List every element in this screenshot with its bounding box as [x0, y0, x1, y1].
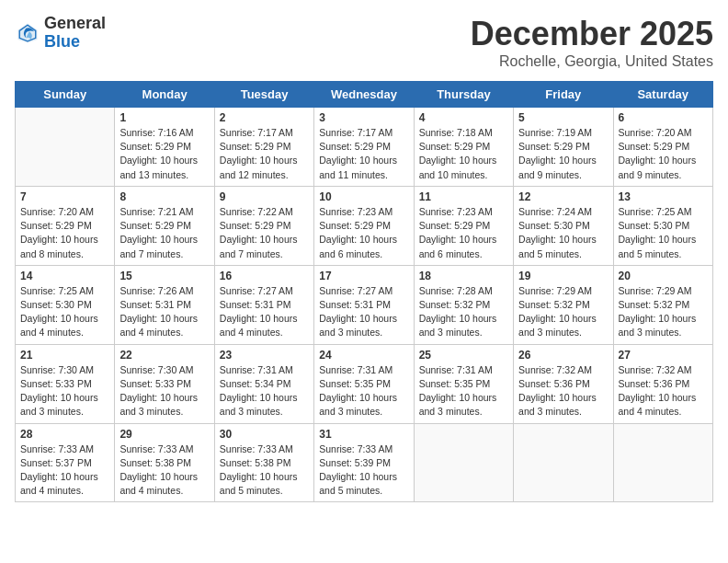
calendar-cell: 21Sunrise: 7:30 AM Sunset: 5:33 PM Dayli…: [16, 344, 115, 423]
day-number: 3: [319, 111, 408, 124]
day-info: Sunrise: 7:29 AM Sunset: 5:32 PM Dayligh…: [518, 284, 608, 340]
day-info: Sunrise: 7:31 AM Sunset: 5:34 PM Dayligh…: [220, 363, 309, 419]
calendar-cell: 19Sunrise: 7:29 AM Sunset: 5:32 PM Dayli…: [514, 265, 613, 344]
day-number: 15: [119, 270, 209, 282]
day-number: 10: [319, 190, 408, 203]
day-number: 18: [419, 270, 508, 282]
calendar-cell: 20Sunrise: 7:29 AM Sunset: 5:32 PM Dayli…: [613, 265, 712, 344]
logo-general: General: [44, 15, 106, 33]
day-info: Sunrise: 7:27 AM Sunset: 5:31 PM Dayligh…: [220, 284, 309, 340]
calendar-cell: 1Sunrise: 7:16 AM Sunset: 5:29 PM Daylig…: [115, 108, 214, 187]
calendar-cell: 9Sunrise: 7:22 AM Sunset: 5:29 PM Daylig…: [214, 186, 313, 265]
day-header-wednesday: Wednesday: [314, 82, 414, 108]
day-number: 16: [220, 270, 309, 282]
day-header-tuesday: Tuesday: [214, 82, 313, 108]
location: Rochelle, Georgia, United States: [471, 53, 713, 70]
day-info: Sunrise: 7:31 AM Sunset: 5:35 PM Dayligh…: [319, 363, 408, 419]
day-info: Sunrise: 7:25 AM Sunset: 5:30 PM Dayligh…: [619, 205, 708, 261]
logo-text: General Blue: [44, 15, 106, 52]
day-number: 28: [20, 428, 109, 441]
calendar-cell: [613, 423, 712, 502]
calendar-cell: 30Sunrise: 7:33 AM Sunset: 5:38 PM Dayli…: [214, 423, 313, 502]
calendar-cell: 10Sunrise: 7:23 AM Sunset: 5:29 PM Dayli…: [314, 186, 414, 265]
day-info: Sunrise: 7:23 AM Sunset: 5:29 PM Dayligh…: [319, 205, 408, 261]
calendar-cell: 27Sunrise: 7:32 AM Sunset: 5:36 PM Dayli…: [613, 344, 712, 423]
day-header-monday: Monday: [115, 82, 214, 108]
day-header-sunday: Sunday: [16, 82, 115, 108]
day-info: Sunrise: 7:32 AM Sunset: 5:36 PM Dayligh…: [619, 363, 708, 419]
day-info: Sunrise: 7:33 AM Sunset: 5:37 PM Dayligh…: [20, 442, 109, 499]
day-info: Sunrise: 7:30 AM Sunset: 5:33 PM Dayligh…: [20, 363, 109, 419]
day-info: Sunrise: 7:31 AM Sunset: 5:35 PM Dayligh…: [419, 363, 508, 419]
day-info: Sunrise: 7:33 AM Sunset: 5:38 PM Dayligh…: [119, 442, 209, 499]
calendar-cell: 7Sunrise: 7:20 AM Sunset: 5:29 PM Daylig…: [16, 186, 115, 265]
month-title: December 2025: [471, 15, 713, 53]
calendar-cell: 12Sunrise: 7:24 AM Sunset: 5:30 PM Dayli…: [514, 186, 613, 265]
day-number: 12: [518, 190, 608, 203]
calendar-cell: 22Sunrise: 7:30 AM Sunset: 5:33 PM Dayli…: [115, 344, 214, 423]
day-number: 27: [619, 349, 708, 362]
logo-icon: [15, 20, 40, 46]
calendar-cell: 8Sunrise: 7:21 AM Sunset: 5:29 PM Daylig…: [115, 186, 214, 265]
day-number: 6: [619, 111, 708, 124]
svg-marker-0: [18, 23, 38, 42]
day-info: Sunrise: 7:27 AM Sunset: 5:31 PM Dayligh…: [319, 284, 408, 340]
day-number: 26: [518, 349, 608, 362]
day-info: Sunrise: 7:30 AM Sunset: 5:33 PM Dayligh…: [119, 363, 209, 419]
day-info: Sunrise: 7:24 AM Sunset: 5:30 PM Dayligh…: [518, 205, 608, 261]
calendar-cell: 28Sunrise: 7:33 AM Sunset: 5:37 PM Dayli…: [16, 423, 115, 502]
calendar-table: SundayMondayTuesdayWednesdayThursdayFrid…: [15, 81, 713, 502]
calendar-cell: 18Sunrise: 7:28 AM Sunset: 5:32 PM Dayli…: [414, 265, 513, 344]
calendar-cell: 11Sunrise: 7:23 AM Sunset: 5:29 PM Dayli…: [414, 186, 513, 265]
day-number: 9: [220, 190, 309, 203]
day-info: Sunrise: 7:21 AM Sunset: 5:29 PM Dayligh…: [119, 205, 209, 261]
calendar-cell: [414, 423, 513, 502]
calendar-cell: 16Sunrise: 7:27 AM Sunset: 5:31 PM Dayli…: [214, 265, 313, 344]
calendar-cell: 15Sunrise: 7:26 AM Sunset: 5:31 PM Dayli…: [115, 265, 214, 344]
day-number: 29: [119, 428, 209, 441]
day-number: 5: [518, 111, 608, 124]
day-info: Sunrise: 7:25 AM Sunset: 5:30 PM Dayligh…: [20, 284, 109, 340]
calendar-cell: 5Sunrise: 7:19 AM Sunset: 5:29 PM Daylig…: [514, 108, 613, 187]
day-info: Sunrise: 7:26 AM Sunset: 5:31 PM Dayligh…: [119, 284, 209, 340]
day-number: 1: [119, 111, 209, 124]
day-info: Sunrise: 7:20 AM Sunset: 5:29 PM Dayligh…: [619, 126, 708, 182]
day-number: 22: [119, 349, 209, 362]
day-info: Sunrise: 7:28 AM Sunset: 5:32 PM Dayligh…: [419, 284, 508, 340]
calendar-cell: 13Sunrise: 7:25 AM Sunset: 5:30 PM Dayli…: [613, 186, 712, 265]
day-number: 19: [518, 270, 608, 282]
day-number: 20: [619, 270, 708, 282]
calendar-week-row: 7Sunrise: 7:20 AM Sunset: 5:29 PM Daylig…: [16, 186, 713, 265]
logo-blue: Blue: [44, 33, 106, 52]
day-number: 31: [319, 428, 408, 441]
calendar-week-row: 21Sunrise: 7:30 AM Sunset: 5:33 PM Dayli…: [16, 344, 713, 423]
page-header: General Blue December 2025 Rochelle, Geo…: [15, 15, 713, 70]
calendar-cell: 14Sunrise: 7:25 AM Sunset: 5:30 PM Dayli…: [16, 265, 115, 344]
calendar-cell: 17Sunrise: 7:27 AM Sunset: 5:31 PM Dayli…: [314, 265, 414, 344]
day-info: Sunrise: 7:17 AM Sunset: 5:29 PM Dayligh…: [319, 126, 408, 182]
day-info: Sunrise: 7:18 AM Sunset: 5:29 PM Dayligh…: [419, 126, 508, 182]
day-number: 2: [220, 111, 309, 124]
calendar-cell: 24Sunrise: 7:31 AM Sunset: 5:35 PM Dayli…: [314, 344, 414, 423]
calendar-cell: 31Sunrise: 7:33 AM Sunset: 5:39 PM Dayli…: [314, 423, 414, 502]
day-info: Sunrise: 7:22 AM Sunset: 5:29 PM Dayligh…: [220, 205, 309, 261]
day-number: 17: [319, 270, 408, 282]
day-number: 21: [20, 349, 109, 362]
day-info: Sunrise: 7:16 AM Sunset: 5:29 PM Dayligh…: [119, 126, 209, 182]
day-number: 4: [419, 111, 508, 124]
calendar-cell: 3Sunrise: 7:17 AM Sunset: 5:29 PM Daylig…: [314, 108, 414, 187]
calendar-cell: 2Sunrise: 7:17 AM Sunset: 5:29 PM Daylig…: [214, 108, 313, 187]
day-number: 13: [619, 190, 708, 203]
day-info: Sunrise: 7:33 AM Sunset: 5:38 PM Dayligh…: [220, 442, 309, 499]
calendar-header-row: SundayMondayTuesdayWednesdayThursdayFrid…: [16, 82, 713, 108]
day-header-thursday: Thursday: [414, 82, 513, 108]
day-info: Sunrise: 7:23 AM Sunset: 5:29 PM Dayligh…: [419, 205, 508, 261]
calendar-cell: 6Sunrise: 7:20 AM Sunset: 5:29 PM Daylig…: [613, 108, 712, 187]
calendar-cell: 25Sunrise: 7:31 AM Sunset: 5:35 PM Dayli…: [414, 344, 513, 423]
day-header-saturday: Saturday: [613, 82, 712, 108]
day-number: 24: [319, 349, 408, 362]
day-info: Sunrise: 7:29 AM Sunset: 5:32 PM Dayligh…: [619, 284, 708, 340]
logo: General Blue: [15, 15, 106, 52]
day-number: 25: [419, 349, 508, 362]
day-number: 7: [20, 190, 109, 203]
